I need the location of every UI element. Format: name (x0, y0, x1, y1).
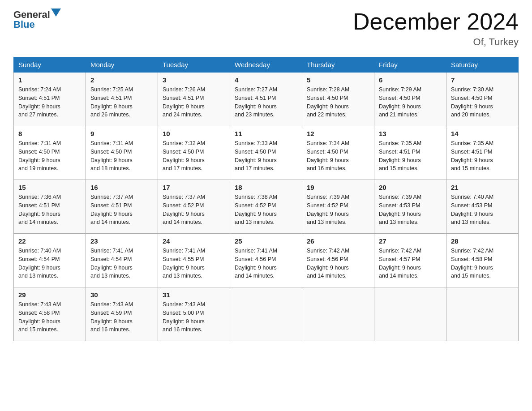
day-detail: Sunrise: 7:35 AM Sunset: 4:51 PM Dayligh… (379, 139, 442, 173)
day-number: 5 (307, 76, 369, 84)
day-detail: Sunrise: 7:27 AM Sunset: 4:51 PM Dayligh… (235, 86, 297, 119)
calendar-cell: 29 Sunrise: 7:43 AM Sunset: 4:58 PM Dayl… (14, 287, 86, 341)
day-number: 17 (163, 184, 225, 191)
day-detail: Sunrise: 7:24 AM Sunset: 4:51 PM Dayligh… (18, 86, 81, 119)
day-number: 14 (451, 130, 514, 137)
day-detail: Sunrise: 7:35 AM Sunset: 4:51 PM Dayligh… (451, 139, 514, 173)
weekday-header-saturday: Saturday (446, 57, 519, 73)
calendar-cell: 13 Sunrise: 7:35 AM Sunset: 4:51 PM Dayl… (374, 126, 446, 180)
weekday-header-thursday: Thursday (302, 57, 374, 73)
day-number: 24 (163, 237, 225, 245)
calendar-cell: 28 Sunrise: 7:42 AM Sunset: 4:58 PM Dayl… (446, 234, 519, 287)
day-number: 23 (90, 237, 153, 245)
day-detail: Sunrise: 7:36 AM Sunset: 4:51 PM Dayligh… (18, 193, 81, 227)
day-number: 29 (18, 291, 81, 299)
calendar-cell (374, 287, 446, 341)
calendar-cell (302, 287, 374, 341)
calendar-cell: 22 Sunrise: 7:40 AM Sunset: 4:54 PM Dayl… (14, 234, 86, 287)
calendar-cell: 14 Sunrise: 7:35 AM Sunset: 4:51 PM Dayl… (446, 126, 519, 180)
day-number: 18 (235, 184, 297, 191)
calendar-cell: 25 Sunrise: 7:41 AM Sunset: 4:56 PM Dayl… (230, 234, 302, 287)
day-detail: Sunrise: 7:43 AM Sunset: 5:00 PM Dayligh… (163, 300, 225, 334)
calendar-week-1: 1 Sunrise: 7:24 AM Sunset: 4:51 PM Dayli… (14, 73, 519, 126)
day-detail: Sunrise: 7:38 AM Sunset: 4:52 PM Dayligh… (235, 193, 297, 227)
calendar-week-3: 15 Sunrise: 7:36 AM Sunset: 4:51 PM Dayl… (14, 180, 519, 234)
day-number: 25 (235, 237, 297, 245)
day-detail: Sunrise: 7:31 AM Sunset: 4:50 PM Dayligh… (18, 139, 81, 173)
day-detail: Sunrise: 7:41 AM Sunset: 4:56 PM Dayligh… (235, 247, 297, 280)
day-number: 20 (379, 184, 442, 191)
calendar-cell: 30 Sunrise: 7:43 AM Sunset: 4:59 PM Dayl… (86, 287, 158, 341)
calendar-cell: 20 Sunrise: 7:39 AM Sunset: 4:53 PM Dayl… (374, 180, 446, 234)
calendar-cell: 18 Sunrise: 7:38 AM Sunset: 4:52 PM Dayl… (230, 180, 302, 234)
day-number: 15 (18, 184, 81, 191)
day-number: 7 (451, 76, 514, 84)
day-detail: Sunrise: 7:41 AM Sunset: 4:55 PM Dayligh… (163, 247, 225, 280)
day-number: 21 (451, 184, 514, 191)
day-number: 19 (307, 184, 369, 191)
calendar-title-block: December 2024 Of, Turkey (353, 9, 519, 48)
logo-arrow-icon (51, 9, 61, 18)
day-number: 1 (18, 76, 81, 84)
month-year-title: December 2024 (353, 9, 519, 34)
calendar-cell: 7 Sunrise: 7:30 AM Sunset: 4:50 PM Dayli… (446, 73, 519, 126)
day-number: 16 (90, 184, 153, 191)
calendar-cell: 19 Sunrise: 7:39 AM Sunset: 4:52 PM Dayl… (302, 180, 374, 234)
calendar-cell: 11 Sunrise: 7:33 AM Sunset: 4:50 PM Dayl… (230, 126, 302, 180)
day-number: 12 (307, 130, 369, 137)
calendar-week-2: 8 Sunrise: 7:31 AM Sunset: 4:50 PM Dayli… (14, 126, 519, 180)
calendar-cell: 21 Sunrise: 7:40 AM Sunset: 4:53 PM Dayl… (446, 180, 519, 234)
day-number: 22 (18, 237, 81, 245)
day-detail: Sunrise: 7:34 AM Sunset: 4:50 PM Dayligh… (307, 139, 369, 173)
day-detail: Sunrise: 7:32 AM Sunset: 4:50 PM Dayligh… (163, 139, 225, 173)
calendar-week-5: 29 Sunrise: 7:43 AM Sunset: 4:58 PM Dayl… (14, 287, 519, 341)
calendar-cell: 9 Sunrise: 7:31 AM Sunset: 4:50 PM Dayli… (86, 126, 158, 180)
calendar-cell: 15 Sunrise: 7:36 AM Sunset: 4:51 PM Dayl… (14, 180, 86, 234)
weekday-header-monday: Monday (86, 57, 158, 73)
day-number: 31 (163, 291, 225, 299)
calendar-cell: 8 Sunrise: 7:31 AM Sunset: 4:50 PM Dayli… (14, 126, 86, 180)
day-number: 4 (235, 76, 297, 84)
day-detail: Sunrise: 7:33 AM Sunset: 4:50 PM Dayligh… (235, 139, 297, 173)
calendar-cell: 12 Sunrise: 7:34 AM Sunset: 4:50 PM Dayl… (302, 126, 374, 180)
day-detail: Sunrise: 7:40 AM Sunset: 4:53 PM Dayligh… (451, 193, 514, 227)
calendar-cell: 10 Sunrise: 7:32 AM Sunset: 4:50 PM Dayl… (158, 126, 230, 180)
day-detail: Sunrise: 7:41 AM Sunset: 4:54 PM Dayligh… (90, 247, 153, 280)
calendar-cell: 24 Sunrise: 7:41 AM Sunset: 4:55 PM Dayl… (158, 234, 230, 287)
calendar-table: SundayMondayTuesdayWednesdayThursdayFrid… (13, 57, 519, 341)
day-detail: Sunrise: 7:30 AM Sunset: 4:50 PM Dayligh… (451, 86, 514, 119)
day-detail: Sunrise: 7:37 AM Sunset: 4:51 PM Dayligh… (90, 193, 153, 227)
day-number: 10 (163, 130, 225, 137)
day-number: 27 (379, 237, 442, 245)
calendar-cell: 17 Sunrise: 7:37 AM Sunset: 4:52 PM Dayl… (158, 180, 230, 234)
day-detail: Sunrise: 7:28 AM Sunset: 4:50 PM Dayligh… (307, 86, 369, 119)
calendar-cell: 1 Sunrise: 7:24 AM Sunset: 4:51 PM Dayli… (14, 73, 86, 126)
weekday-header-sunday: Sunday (14, 57, 86, 73)
day-detail: Sunrise: 7:25 AM Sunset: 4:51 PM Dayligh… (90, 86, 153, 119)
day-detail: Sunrise: 7:43 AM Sunset: 4:59 PM Dayligh… (90, 300, 153, 334)
weekday-header-friday: Friday (374, 57, 446, 73)
calendar-cell (230, 287, 302, 341)
logo-blue: Blue (13, 19, 35, 30)
day-detail: Sunrise: 7:40 AM Sunset: 4:54 PM Dayligh… (18, 247, 81, 280)
logo: General Blue (13, 9, 61, 31)
calendar-cell: 6 Sunrise: 7:29 AM Sunset: 4:50 PM Dayli… (374, 73, 446, 126)
calendar-cell: 27 Sunrise: 7:42 AM Sunset: 4:57 PM Dayl… (374, 234, 446, 287)
day-detail: Sunrise: 7:29 AM Sunset: 4:50 PM Dayligh… (379, 86, 442, 119)
day-number: 11 (235, 130, 297, 137)
day-detail: Sunrise: 7:39 AM Sunset: 4:53 PM Dayligh… (379, 193, 442, 227)
day-detail: Sunrise: 7:26 AM Sunset: 4:51 PM Dayligh… (163, 86, 225, 119)
day-number: 8 (18, 130, 81, 137)
day-number: 3 (163, 76, 225, 84)
weekday-header-wednesday: Wednesday (230, 57, 302, 73)
calendar-cell: 23 Sunrise: 7:41 AM Sunset: 4:54 PM Dayl… (86, 234, 158, 287)
day-detail: Sunrise: 7:42 AM Sunset: 4:57 PM Dayligh… (379, 247, 442, 280)
calendar-cell: 3 Sunrise: 7:26 AM Sunset: 4:51 PM Dayli… (158, 73, 230, 126)
day-number: 2 (90, 76, 153, 84)
day-detail: Sunrise: 7:43 AM Sunset: 4:58 PM Dayligh… (18, 300, 81, 334)
weekday-header-tuesday: Tuesday (158, 57, 230, 73)
day-detail: Sunrise: 7:31 AM Sunset: 4:50 PM Dayligh… (90, 139, 153, 173)
calendar-cell: 5 Sunrise: 7:28 AM Sunset: 4:50 PM Dayli… (302, 73, 374, 126)
day-detail: Sunrise: 7:42 AM Sunset: 4:56 PM Dayligh… (307, 247, 369, 280)
day-detail: Sunrise: 7:42 AM Sunset: 4:58 PM Dayligh… (451, 247, 514, 280)
